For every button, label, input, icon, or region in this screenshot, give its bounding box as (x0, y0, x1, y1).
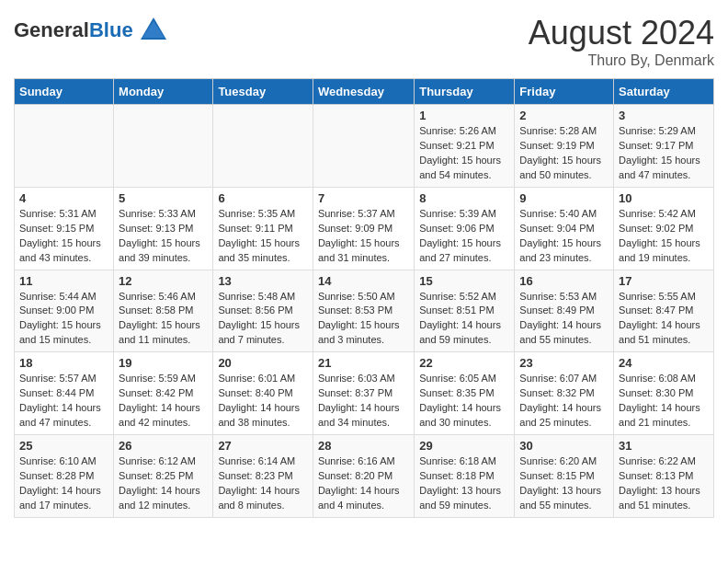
location: Thuro By, Denmark (529, 52, 714, 69)
day-cell-23: 23Sunrise: 6:07 AM Sunset: 8:32 PM Dayli… (515, 352, 614, 435)
column-header-wednesday: Wednesday (313, 79, 414, 105)
day-number: 24 (619, 356, 709, 370)
day-number: 31 (619, 439, 709, 453)
day-cell-6: 6Sunrise: 5:35 AM Sunset: 9:11 PM Daylig… (213, 187, 313, 270)
day-number: 18 (19, 356, 108, 370)
day-number: 5 (119, 191, 208, 205)
day-number: 21 (318, 356, 409, 370)
day-info: Sunrise: 5:52 AM Sunset: 8:51 PM Dayligh… (419, 290, 509, 349)
logo-text: GeneralBlue (14, 19, 133, 41)
day-info: Sunrise: 5:31 AM Sunset: 9:15 PM Dayligh… (19, 207, 108, 266)
empty-cell (114, 105, 213, 188)
column-header-friday: Friday (515, 79, 614, 105)
day-number: 23 (519, 356, 609, 370)
day-cell-21: 21Sunrise: 6:03 AM Sunset: 8:37 PM Dayli… (313, 352, 414, 435)
day-number: 20 (218, 356, 308, 370)
day-number: 11 (19, 274, 108, 288)
calendar-week-3: 11Sunrise: 5:44 AM Sunset: 9:00 PM Dayli… (15, 270, 714, 352)
day-number: 25 (19, 439, 108, 453)
day-number: 14 (318, 274, 409, 288)
column-header-sunday: Sunday (15, 79, 114, 105)
day-cell-3: 3Sunrise: 5:29 AM Sunset: 9:17 PM Daylig… (614, 105, 714, 188)
day-cell-29: 29Sunrise: 6:18 AM Sunset: 8:18 PM Dayli… (415, 435, 515, 518)
day-number: 17 (619, 274, 709, 288)
column-header-tuesday: Tuesday (213, 79, 313, 105)
day-cell-17: 17Sunrise: 5:55 AM Sunset: 8:47 PM Dayli… (614, 270, 714, 352)
calendar-table: SundayMondayTuesdayWednesdayThursdayFrid… (14, 78, 714, 518)
day-cell-15: 15Sunrise: 5:52 AM Sunset: 8:51 PM Dayli… (415, 270, 515, 352)
day-number: 29 (419, 439, 509, 453)
day-number: 26 (119, 439, 208, 453)
day-number: 4 (19, 191, 108, 205)
day-info: Sunrise: 6:18 AM Sunset: 8:18 PM Dayligh… (419, 454, 509, 513)
day-number: 15 (419, 274, 509, 288)
day-cell-12: 12Sunrise: 5:46 AM Sunset: 8:58 PM Dayli… (114, 270, 213, 352)
day-number: 1 (419, 109, 509, 122)
day-number: 12 (119, 274, 208, 288)
day-info: Sunrise: 5:55 AM Sunset: 8:47 PM Dayligh… (619, 290, 709, 349)
day-cell-4: 4Sunrise: 5:31 AM Sunset: 9:15 PM Daylig… (15, 187, 114, 270)
day-info: Sunrise: 6:12 AM Sunset: 8:25 PM Dayligh… (119, 454, 208, 513)
title-area: August 2024 Thuro By, Denmark (529, 14, 714, 69)
day-cell-19: 19Sunrise: 5:59 AM Sunset: 8:42 PM Dayli… (114, 352, 213, 435)
logo-blue: Blue (89, 18, 133, 41)
day-number: 2 (519, 109, 609, 122)
empty-cell (313, 105, 414, 188)
column-header-thursday: Thursday (415, 79, 515, 105)
day-info: Sunrise: 5:29 AM Sunset: 9:17 PM Dayligh… (619, 124, 709, 183)
day-cell-11: 11Sunrise: 5:44 AM Sunset: 9:00 PM Dayli… (15, 270, 114, 352)
day-info: Sunrise: 6:20 AM Sunset: 8:15 PM Dayligh… (519, 454, 609, 513)
day-cell-16: 16Sunrise: 5:53 AM Sunset: 8:49 PM Dayli… (515, 270, 614, 352)
day-number: 8 (419, 191, 509, 205)
day-info: Sunrise: 5:57 AM Sunset: 8:44 PM Dayligh… (19, 372, 108, 431)
day-info: Sunrise: 5:28 AM Sunset: 9:19 PM Dayligh… (519, 124, 609, 183)
day-cell-25: 25Sunrise: 6:10 AM Sunset: 8:28 PM Dayli… (15, 435, 114, 518)
day-number: 16 (519, 274, 609, 288)
day-info: Sunrise: 5:40 AM Sunset: 9:04 PM Dayligh… (519, 207, 609, 266)
day-cell-20: 20Sunrise: 6:01 AM Sunset: 8:40 PM Dayli… (213, 352, 313, 435)
day-number: 22 (419, 356, 509, 370)
day-number: 30 (519, 439, 609, 453)
day-number: 7 (318, 191, 409, 205)
calendar-week-2: 4Sunrise: 5:31 AM Sunset: 9:15 PM Daylig… (15, 187, 714, 270)
day-cell-14: 14Sunrise: 5:50 AM Sunset: 8:53 PM Dayli… (313, 270, 414, 352)
day-info: Sunrise: 6:14 AM Sunset: 8:23 PM Dayligh… (218, 454, 308, 513)
day-info: Sunrise: 5:50 AM Sunset: 8:53 PM Dayligh… (318, 290, 409, 349)
day-info: Sunrise: 5:44 AM Sunset: 9:00 PM Dayligh… (19, 290, 108, 349)
day-info: Sunrise: 5:48 AM Sunset: 8:56 PM Dayligh… (218, 290, 308, 349)
day-number: 9 (519, 191, 609, 205)
empty-cell (15, 105, 114, 188)
day-info: Sunrise: 6:03 AM Sunset: 8:37 PM Dayligh… (318, 372, 409, 431)
day-cell-7: 7Sunrise: 5:37 AM Sunset: 9:09 PM Daylig… (313, 187, 414, 270)
column-header-saturday: Saturday (614, 79, 714, 105)
calendar-header-row: SundayMondayTuesdayWednesdayThursdayFrid… (15, 79, 714, 105)
column-header-monday: Monday (114, 79, 213, 105)
day-info: Sunrise: 6:10 AM Sunset: 8:28 PM Dayligh… (19, 454, 108, 513)
month-year: August 2024 (529, 14, 714, 52)
day-info: Sunrise: 5:59 AM Sunset: 8:42 PM Dayligh… (119, 372, 208, 431)
day-cell-2: 2Sunrise: 5:28 AM Sunset: 9:19 PM Daylig… (515, 105, 614, 188)
svg-marker-1 (142, 21, 165, 38)
day-cell-18: 18Sunrise: 5:57 AM Sunset: 8:44 PM Dayli… (15, 352, 114, 435)
day-cell-31: 31Sunrise: 6:22 AM Sunset: 8:13 PM Dayli… (614, 435, 714, 518)
day-cell-28: 28Sunrise: 6:16 AM Sunset: 8:20 PM Dayli… (313, 435, 414, 518)
day-cell-26: 26Sunrise: 6:12 AM Sunset: 8:25 PM Dayli… (114, 435, 213, 518)
calendar-body: 1Sunrise: 5:26 AM Sunset: 9:21 PM Daylig… (15, 105, 714, 518)
day-number: 19 (119, 356, 208, 370)
day-info: Sunrise: 6:22 AM Sunset: 8:13 PM Dayligh… (619, 454, 709, 513)
day-info: Sunrise: 5:39 AM Sunset: 9:06 PM Dayligh… (419, 207, 509, 266)
day-info: Sunrise: 6:01 AM Sunset: 8:40 PM Dayligh… (218, 372, 308, 431)
day-info: Sunrise: 5:53 AM Sunset: 8:49 PM Dayligh… (519, 290, 609, 349)
day-number: 3 (619, 109, 709, 122)
day-info: Sunrise: 5:35 AM Sunset: 9:11 PM Dayligh… (218, 207, 308, 266)
day-cell-1: 1Sunrise: 5:26 AM Sunset: 9:21 PM Daylig… (415, 105, 515, 188)
logo-general: General (14, 18, 89, 41)
day-info: Sunrise: 6:05 AM Sunset: 8:35 PM Dayligh… (419, 372, 509, 431)
day-info: Sunrise: 5:33 AM Sunset: 9:13 PM Dayligh… (119, 207, 208, 266)
page-header: GeneralBlue August 2024 Thuro By, Denmar… (14, 14, 714, 69)
day-cell-24: 24Sunrise: 6:08 AM Sunset: 8:30 PM Dayli… (614, 352, 714, 435)
day-cell-5: 5Sunrise: 5:33 AM Sunset: 9:13 PM Daylig… (114, 187, 213, 270)
day-cell-30: 30Sunrise: 6:20 AM Sunset: 8:15 PM Dayli… (515, 435, 614, 518)
day-info: Sunrise: 5:26 AM Sunset: 9:21 PM Dayligh… (419, 124, 509, 183)
logo-icon (137, 14, 170, 47)
